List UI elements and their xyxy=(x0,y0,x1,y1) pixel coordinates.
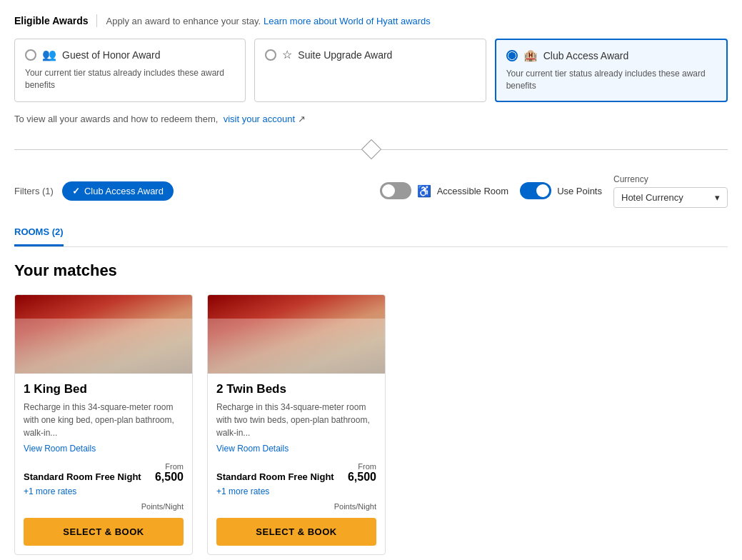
chevron-down-icon: ▾ xyxy=(715,192,720,203)
guest-honor-label: Guest of Honor Award xyxy=(62,49,160,61)
room-title-king-bed: 1 King Bed xyxy=(24,382,184,396)
visit-account-text: To view all your awards and how to redee… xyxy=(14,114,728,124)
rate-name-twin-beds: Standard Room Free Night xyxy=(216,471,334,484)
room-cards-row: 1 King Bed Recharge in this 34-square-me… xyxy=(14,294,728,555)
more-rates-king-bed[interactable]: +1 more rates xyxy=(24,486,184,496)
award-cards-row: 👥 Guest of Honor Award Your current tier… xyxy=(14,39,728,102)
filters-right: ♿ Accessible Room Use Points Currency Ho… xyxy=(380,174,728,208)
room-image-twin-beds xyxy=(208,295,385,374)
filter-chip-check-icon: ✓ xyxy=(72,186,80,196)
award-card-guest-honor[interactable]: 👥 Guest of Honor Award Your current tier… xyxy=(14,39,246,102)
accessible-room-label: Accessible Room xyxy=(437,186,508,196)
room-title-twin-beds: 2 Twin Beds xyxy=(216,382,376,396)
rate-price-col-king-bed: From 6,500 xyxy=(155,462,184,484)
room-card-king-bed: 1 King Bed Recharge in this 34-square-me… xyxy=(14,294,193,555)
accessible-room-group: ♿ Accessible Room xyxy=(380,182,508,199)
view-details-king-bed[interactable]: View Room Details xyxy=(24,444,96,454)
view-details-twin-beds[interactable]: View Room Details xyxy=(216,444,289,454)
learn-more-link[interactable]: Learn more about World of Hyatt awards xyxy=(264,16,431,26)
select-book-twin-beds[interactable]: SELECT & BOOK xyxy=(216,518,376,546)
use-points-toggle[interactable] xyxy=(520,182,551,199)
more-rates-twin-beds[interactable]: +1 more rates xyxy=(216,486,376,496)
room-desc-king-bed: Recharge in this 34-square-meter room wi… xyxy=(24,401,184,439)
eligible-awards-title: Eligible Awards xyxy=(14,15,88,26)
filter-chip-club-access[interactable]: ✓ Club Access Award xyxy=(62,181,174,201)
rate-price-col-twin-beds: From 6,500 xyxy=(348,462,376,484)
rate-name-king-bed: Standard Room Free Night xyxy=(24,471,141,484)
room-image-king-bed xyxy=(15,295,192,374)
room-card-body-king-bed: 1 King Bed Recharge in this 34-square-me… xyxy=(15,374,192,554)
points-night-king-bed: Points/Night xyxy=(24,502,184,511)
use-points-label: Use Points xyxy=(557,186,602,196)
select-book-king-bed[interactable]: SELECT & BOOK xyxy=(24,518,184,546)
room-card-body-twin-beds: 2 Twin Beds Recharge in this 34-square-m… xyxy=(208,374,385,554)
points-night-twin-beds: Points/Night xyxy=(216,502,376,511)
section-title: Your matches xyxy=(14,261,728,280)
suite-upgrade-icon: ☆ xyxy=(282,48,292,61)
room-rate-king-bed: Standard Room Free Night From 6,500 xyxy=(24,462,184,484)
club-access-subtitle: Your current tier status already include… xyxy=(506,68,716,92)
radio-club-access xyxy=(506,50,518,61)
room-desc-twin-beds: Recharge in this 34-square-meter room wi… xyxy=(216,401,376,439)
filter-chip-label: Club Access Award xyxy=(84,186,164,196)
header-divider xyxy=(96,14,97,27)
radio-guest-honor xyxy=(25,49,36,61)
currency-section: Currency Hotel Currency ▾ xyxy=(613,174,728,208)
external-link-icon: ↗ xyxy=(298,114,306,124)
club-access-label: Club Access Award xyxy=(543,50,629,61)
rate-from-king-bed: From xyxy=(155,462,184,471)
award-card-suite-upgrade[interactable]: ☆ Suite Upgrade Award xyxy=(254,39,486,102)
accessible-icon: ♿ xyxy=(417,184,431,198)
visit-account-link[interactable]: visit your account xyxy=(224,114,295,124)
award-card-club-access[interactable]: 🏨 Club Access Award Your current tier st… xyxy=(495,39,728,102)
tab-rooms[interactable]: ROOMS (2) xyxy=(14,219,64,246)
currency-value: Hotel Currency xyxy=(621,192,683,203)
accessible-room-knob xyxy=(382,184,395,197)
diamond-divider xyxy=(14,139,728,160)
diamond-shape xyxy=(361,139,381,159)
room-rate-twin-beds: Standard Room Free Night From 6,500 xyxy=(216,462,376,484)
radio-suite-upgrade xyxy=(265,49,276,61)
use-points-knob xyxy=(536,184,549,197)
accessible-room-toggle[interactable] xyxy=(380,182,411,199)
tabs-row: ROOMS (2) xyxy=(14,219,728,247)
guest-honor-icon: 👥 xyxy=(42,48,56,61)
rate-from-twin-beds: From xyxy=(348,462,376,471)
club-access-icon: 🏨 xyxy=(523,49,538,62)
rate-price-king-bed: 6,500 xyxy=(155,471,184,484)
currency-label: Currency xyxy=(613,174,728,184)
room-card-twin-beds: 2 Twin Beds Recharge in this 34-square-m… xyxy=(207,294,386,555)
use-points-group: Use Points xyxy=(520,182,602,199)
suite-upgrade-label: Suite Upgrade Award xyxy=(298,49,392,61)
currency-select[interactable]: Hotel Currency ▾ xyxy=(613,187,728,208)
guest-honor-subtitle: Your current tier status already include… xyxy=(25,67,235,91)
filters-label: Filters (1) xyxy=(14,186,54,196)
apply-text: Apply an award to enhance your stay. xyxy=(106,16,261,26)
filters-row: Filters (1) ✓ Club Access Award ♿ Access… xyxy=(14,174,728,208)
rate-price-twin-beds: 6,500 xyxy=(348,471,376,484)
